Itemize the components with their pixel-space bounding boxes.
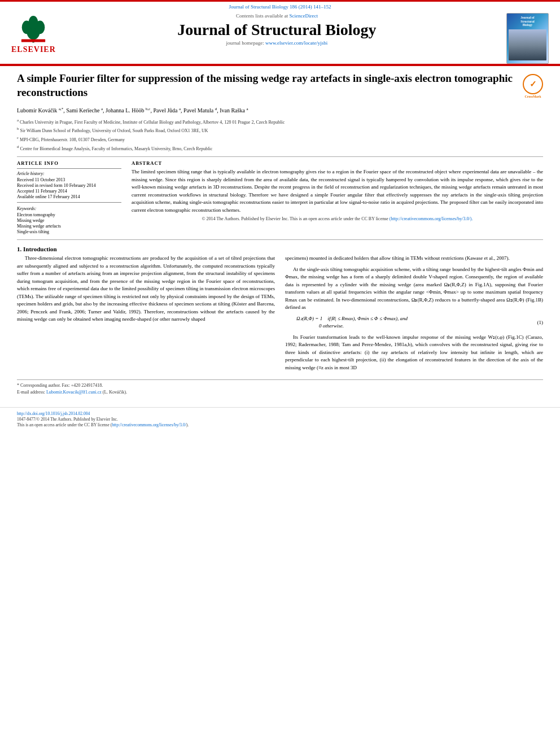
eq-line1: Ω₂(R,Φ) = 1 if|R| ≤ Rmax), Φmin ≤ Φ ≤ Φm…	[296, 315, 532, 323]
journal-header: ELSEVIER Contents lists available at Sci…	[0, 10, 560, 65]
elsevier-logo: ELSEVIER	[11, 13, 56, 54]
equation-number: (1)	[537, 319, 544, 327]
journal-name-header: Journal of Structural Biology	[56, 21, 498, 39]
equation-1: Ω₂(R,Φ) = 1 if|R| ≤ Rmax), Φmin ≤ Φ ≤ Φm…	[285, 315, 543, 330]
cover-image	[509, 29, 546, 60]
affil-a: a Charles University in Prague, First Fa…	[17, 117, 543, 126]
received-date: Received 11 October 2013	[17, 177, 121, 182]
footnote-area: * Corresponding author. Fax: +420 224917…	[17, 379, 543, 396]
available-date: Available online 17 February 2014	[17, 194, 121, 199]
issn-line: 1047-8477/© 2014 The Authors. Published …	[17, 417, 543, 422]
article-area: A simple Fourier filter for suppression …	[0, 66, 560, 401]
svg-rect-5	[21, 40, 45, 42]
doi-line: http://dx.doi.org/10.1016/j.jsb.2014.02.…	[17, 411, 543, 416]
svg-point-4	[29, 16, 38, 29]
intro-para2: specimens) mounted in dedicated holders …	[285, 255, 543, 263]
intro-col-right: specimens) mounted in dedicated holders …	[285, 255, 543, 375]
accepted-date: Accepted 11 February 2014	[17, 189, 121, 194]
affil-d: d Centre for Biomedical Image Analysis, …	[17, 144, 543, 152]
journal-homepage: journal homepage: www.elsevier.com/locat…	[56, 40, 498, 46]
footnote-corresponding: * Corresponding author. Fax: +420 224917…	[17, 382, 543, 389]
intro-para4: Its Fourier transformation leads to the …	[285, 334, 543, 372]
keyword-2: Missing wedge	[17, 218, 121, 223]
abstract-label: ABSTRACT	[132, 160, 543, 166]
contents-line: Contents lists available at ScienceDirec…	[56, 13, 498, 19]
page: Journal of Structural Biology 186 (2014)…	[0, 0, 560, 747]
article-title-section: A simple Fourier filter for suppression …	[17, 72, 543, 102]
article-info-col: ARTICLE INFO Article history: Received 1…	[17, 160, 121, 235]
crossmark-icon: ✓	[523, 74, 543, 94]
footnote-email: E-mail address: Lubomir.Kovacik@lf1.cuni…	[17, 389, 543, 396]
article-info-label: ARTICLE INFO	[17, 160, 121, 166]
intro-section-title: 1. Introduction	[17, 246, 543, 252]
sciencedirect-link[interactable]: ScienceDirect	[289, 13, 317, 19]
intro-para1: Three-dimensional electron tomographic r…	[17, 255, 275, 324]
abstract-col: ABSTRACT The limited specimen tilting ra…	[132, 160, 543, 235]
article-title: A simple Fourier filter for suppression …	[17, 72, 516, 99]
cc-text: © 2014 The Authors. Published by Elsevie…	[132, 216, 543, 221]
crossmark-badge: ✓ CrossMark	[523, 74, 543, 94]
license-link[interactable]: http://creativecommons.org/licenses/by/3…	[112, 422, 186, 427]
keyword-4: Single-axis tilting	[17, 229, 121, 234]
affil-b: b Sir William Dunn School of Pathology, …	[17, 126, 543, 134]
email-link[interactable]: Lubomir.Kovacik@lf1.cuni.cz	[46, 390, 102, 395]
keyword-3: Missing wedge artefacts	[17, 224, 121, 229]
eq-line2: 0 otherwise.	[296, 322, 532, 330]
authors-line: Lubomír Kováčik a,*, Sami Kerïeche a, Jo…	[17, 106, 543, 115]
abstract-text: The limited specimen tilting range that …	[132, 168, 543, 214]
intro-col-left: Three-dimensional electron tomographic r…	[17, 255, 275, 375]
journal-top-citation: Journal of Structural Biology 186 (2014)…	[229, 4, 331, 10]
elsevier-tree-icon	[16, 13, 50, 44]
journal-cover-area: Journal of Structural Biology	[498, 13, 549, 64]
homepage-url[interactable]: www.elsevier.com/locate/yjsbi	[265, 40, 327, 46]
article-info-abstract: ARTICLE INFO Article history: Received 1…	[17, 160, 543, 235]
page-bottom-footer: http://dx.doi.org/10.1016/j.jsb.2014.02.…	[0, 407, 560, 431]
journal-header-center: Contents lists available at ScienceDirec…	[56, 13, 498, 49]
cc-link[interactable]: (http://creativecommons.org/licenses/by/…	[390, 216, 473, 221]
article-info-box: Article history: Received 11 October 201…	[17, 168, 121, 203]
elsevier-brand-text: ELSEVIER	[11, 45, 56, 54]
journal-cover-thumbnail: Journal of Structural Biology	[506, 13, 549, 64]
revised-date: Received in revised form 10 February 201…	[17, 183, 121, 188]
cover-title: Journal of Structural Biology	[520, 16, 534, 27]
intro-para3: At the single-axis tilting tomographic a…	[285, 266, 543, 312]
equation-content: Ω₂(R,Φ) = 1 if|R| ≤ Rmax), Φmin ≤ Φ ≤ Φm…	[296, 315, 532, 330]
license-line: This is an open access article under the…	[17, 422, 543, 427]
doi-link[interactable]: http://dx.doi.org/10.1016/j.jsb.2014.02.…	[17, 411, 90, 416]
crossmark-label: CrossMark	[523, 95, 543, 98]
history-label: Article history:	[17, 171, 121, 176]
affil-c: c MPI-CBG, Pfotenhauerstr. 108, 01307 Dr…	[17, 135, 543, 143]
keyword-1: Electron tomography	[17, 212, 121, 217]
affiliations: a Charles University in Prague, First Fa…	[17, 117, 543, 152]
body-two-col: Three-dimensional electron tomographic r…	[17, 255, 543, 375]
keywords-label: Keywords:	[17, 206, 121, 211]
